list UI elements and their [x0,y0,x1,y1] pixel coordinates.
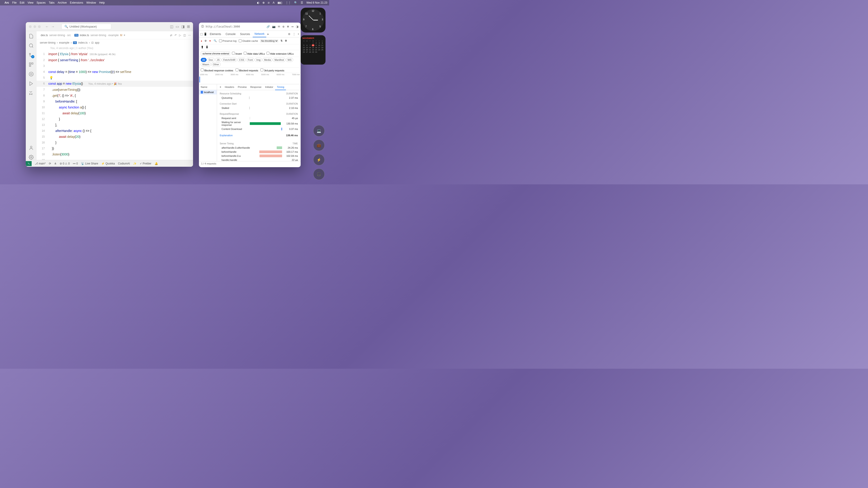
filter-doc[interactable]: Doc [207,58,215,62]
bell-icon[interactable]: 🔔 [155,162,158,165]
detail-tab-timing[interactable]: Timing [275,84,286,90]
mail-icon[interactable]: ✉ [278,25,280,28]
problems[interactable]: ⊘ 0 ⚠ 0 [60,162,70,165]
tab-sources[interactable]: Sources [238,31,252,37]
battery-icon[interactable]: ▮▮▯ [278,1,282,4]
download-har-icon[interactable]: ⬇ [206,45,209,49]
menu-view[interactable]: View [28,1,33,4]
menubar-clock[interactable]: Wed 8 Nov 21:23 [306,1,327,4]
tab-network[interactable]: Network [253,31,266,37]
nav-forward-icon[interactable]: → [51,25,55,29]
tab-console[interactable]: Console [224,31,237,37]
menu-edit[interactable]: Edit [20,1,24,4]
third-party-checkbox[interactable]: 3rd-party requests [260,68,284,72]
wifi-icon[interactable]: ⋮⋮ [285,1,291,4]
filter-ws[interactable]: WS [286,58,293,62]
calendar-widget[interactable]: NOVEMBER SMTWTFS 1234 567891011 12131415… [301,35,326,65]
tab-elements[interactable]: Elements [208,31,223,37]
blocked-requests-checkbox[interactable]: Blocked requests [236,68,258,72]
git-compare-icon[interactable]: ⇄ [170,34,172,37]
inspect-icon[interactable]: ⬚ [200,33,203,36]
tab-dex[interactable]: dex.ts server-timing · src [39,33,72,38]
filter-other[interactable]: Other [211,62,221,66]
filter-input[interactable] [201,52,230,56]
dock-icon[interactable]: ◨ [296,25,298,28]
upload-har-icon[interactable]: ⬆ [201,45,204,49]
info-icon[interactable]: ⓘ [201,25,204,29]
detail-tab-preview[interactable]: Preview [236,84,248,90]
network-conditions-icon[interactable]: ⇅ [281,39,283,42]
layout-icon[interactable]: ⊞ [187,24,190,29]
filter-all[interactable]: All [201,58,207,62]
liveshare-icon[interactable] [29,90,34,96]
preserve-log-checkbox[interactable]: Preserve log [219,39,237,42]
tab-index[interactable]: TS index.ts server-timing · example M × [72,33,127,38]
revert-icon[interactable]: ↶ [175,34,177,37]
close-tab-icon[interactable]: × [124,34,125,37]
name-column-header[interactable]: Name [199,84,217,90]
dock-item[interactable]: 💻 [313,125,324,136]
menu-help[interactable]: Help [99,1,105,4]
menu-archive[interactable]: Archive [58,1,67,4]
traffic-lights[interactable] [29,25,41,28]
source-control-icon[interactable]: 3 [29,53,34,58]
extension-icon[interactable]: ❋ [287,25,289,28]
settings-gear-icon[interactable] [29,155,34,160]
detail-tab-response[interactable]: Response [248,84,264,90]
filter-toggle-icon[interactable]: ▼ [209,39,211,42]
nav-back-icon[interactable]: ← [45,25,49,29]
hide-data-urls-checkbox[interactable]: Hide data URLs [244,52,265,55]
command-center[interactable]: 🔍 Untitled (Workspace) [61,24,111,29]
layout-icon[interactable]: ◫ [170,24,174,29]
throttling-select[interactable]: No throttling [260,39,278,42]
filter-img[interactable]: Img [255,58,262,62]
layout-icon[interactable]: ▭ [176,24,179,29]
prettier-status[interactable]: ✓ Prettier [140,162,151,165]
graph-icon[interactable]: ⋔ [54,162,57,165]
spotlight-icon[interactable]: 🔍 [294,1,298,4]
more-icon[interactable]: ⋮ [293,33,296,36]
dock-item[interactable]: ⚡ [313,154,324,165]
request-row[interactable]: localhost [199,90,217,94]
dock-item[interactable]: 🎧 [313,168,324,180]
filter-font[interactable]: Font [246,58,254,62]
menu-extensions[interactable]: Extensions [70,1,83,4]
filter-css[interactable]: CSS [237,58,246,62]
clock-widget[interactable]: 12 1 3 5 6 7 9 11 [301,8,326,33]
status-icon[interactable]: ⊕ [262,1,265,4]
status-icon[interactable]: ◐ [257,1,259,4]
explanation-link[interactable]: Explanation [220,133,233,138]
code-editor[interactable]: 1import { Elysia } from 'elysia' 193.8k … [37,50,193,160]
extension-icon[interactable]: ⇔ [291,25,293,28]
control-center-icon[interactable]: ☰ [301,1,303,4]
search-icon[interactable]: 🔍 [214,39,217,42]
quokka-status[interactable]: ⚡ Quokka [101,162,115,165]
codium-status[interactable]: CodiumAI [118,162,130,165]
more-tabs-icon[interactable]: » [267,33,269,36]
detail-tab-initiator[interactable]: Initiator [264,84,275,90]
url-display[interactable]: http://localhost:3000 [206,25,240,28]
disable-cache-checkbox[interactable]: Disable cache [239,39,258,42]
device-toggle-icon[interactable]: 📱 [204,33,207,36]
menu-file[interactable]: File [12,1,17,4]
dock-item[interactable]: 💼 [313,140,324,151]
run-icon[interactable]: ▷ [179,34,181,37]
remote-indicator[interactable]: ⤡ [26,161,32,166]
git-blame-codelens[interactable]: You, 4 seconds ago | 1 author (You) [37,46,193,50]
layout-icon[interactable]: ◨ [181,24,185,29]
sync-icon[interactable]: ⟳ [49,162,51,165]
extension-icon[interactable]: ⊕ [282,25,285,28]
close-icon[interactable]: × [298,33,299,36]
breadcrumb[interactable]: server-timing› example› TS index.ts› ⊡ap… [37,39,193,46]
search-icon[interactable] [29,43,34,48]
more-icon[interactable]: ⋯ [188,34,191,37]
filter-wasm[interactable]: Wasm [201,62,211,66]
record-icon[interactable]: ● [201,39,202,42]
account-icon[interactable] [29,145,34,151]
blocked-cookies-checkbox[interactable]: Blocked response cookies [201,68,233,72]
copilot-icon[interactable]: ✨ [133,162,136,165]
hide-extension-urls-checkbox[interactable]: Hide extension URLs [267,52,293,55]
liveshare-status[interactable]: 📡 Live Share [81,162,98,165]
clear-icon[interactable]: ⊘ [205,39,207,42]
git-branch[interactable]: ⎇ main* [35,162,46,165]
